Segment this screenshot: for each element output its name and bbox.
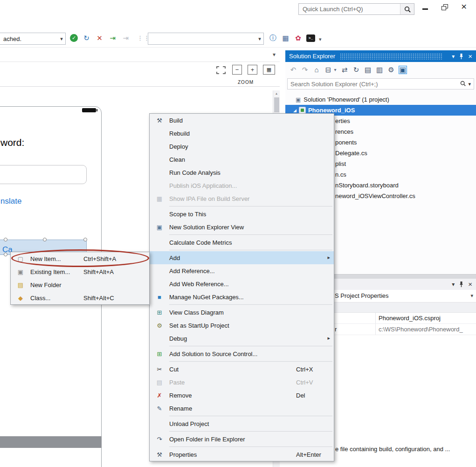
submenu-arrow-icon [327,335,330,341]
submenu-item[interactable]: ◆ Class... Shift+Alt+C [11,291,149,304]
pin-icon[interactable] [459,53,464,60]
tree-item-label: ponents [335,139,357,146]
sync-with-active-document-icon[interactable]: ⇄ [340,66,349,74]
context-menu-item[interactable]: ↷ Open Folder in File Explorer [150,433,334,446]
minimize-button[interactable] [422,6,429,12]
context-menu-item[interactable]: Calculate Code Metrics [150,236,334,249]
selection-handle[interactable] [43,238,47,241]
restore-button[interactable] [442,4,449,12]
zoom-out-icon[interactable]: − [232,65,242,75]
window-position-icon[interactable]: ▾ [452,53,455,60]
context-menu-item[interactable]: ✗ Remove Del [150,389,334,402]
scrollbar-thumb[interactable] [274,97,279,112]
console-icon[interactable]: >_ [306,34,315,42]
context-menu-item[interactable]: ✎ Rename [150,402,334,415]
context-menu-item[interactable]: Unload Project [150,417,334,430]
flower-icon[interactable]: ✿ [294,34,303,42]
check-circle-icon[interactable]: ✓ [70,34,78,42]
selection-handle[interactable] [4,238,7,241]
fit-to-screen-icon[interactable] [216,66,226,76]
show-all-files-icon[interactable]: ▤ [364,66,372,74]
panel-title: Solution Explorer [289,53,335,60]
info-icon[interactable]: ⓘ [269,34,277,42]
context-menu-item[interactable]: Publish iOS Application... [150,179,334,192]
phone-translate-link[interactable]: nslate [0,197,21,206]
quick-launch-box[interactable]: Quick Launch (Ctrl+Q) [298,3,414,15]
property-value[interactable]: Phoneword_iOS.csproj [376,313,476,323]
window-position-icon[interactable]: ▾ [452,281,455,288]
context-menu-item[interactable]: ⚒ Properties Alt+Enter [150,448,334,461]
context-menu-item[interactable]: ■ Manage NuGet Packages... [150,290,334,303]
refresh-icon[interactable]: ↻ [352,66,360,74]
menu-item-label: Manage NuGet Packages... [169,294,296,301]
context-menu-item[interactable]: Debug [150,332,334,345]
property-value[interactable]: c:\WS\Phoneword\Phoneword_ [376,324,476,335]
selection-handle[interactable] [83,238,87,241]
properties-pages-icon[interactable]: ▥ [375,66,384,74]
deploy-icon[interactable]: ⇥ [108,34,117,42]
tree-item-label: plist [335,160,346,167]
wrench-icon[interactable]: ⚙ [387,66,395,74]
context-menu-item[interactable]: Run Code Analysis [150,166,334,179]
context-menu-item[interactable]: ▣ New Solution Explorer View [150,220,334,234]
deploy-disabled-icon[interactable]: ⇥ [121,34,130,42]
submenu-item[interactable]: ▢ New Item... Ctrl+Shift+A [11,252,149,265]
phone-label[interactable]: word: [0,137,24,148]
scroll-up-icon[interactable]: ▴ [273,90,280,96]
toolbar-overflow-icon[interactable]: ▾ [319,36,322,42]
context-menu-item[interactable]: Add Web Reference... [150,277,334,290]
back-icon[interactable]: ↶ [289,66,297,74]
toolbar-combo[interactable]: ▾ [148,33,264,45]
context-menu-item[interactable]: ✂ Cut Ctrl+X [150,363,334,376]
context-menu-item[interactable]: Add Reference... [150,264,334,277]
cancel-icon[interactable]: ✕ [95,34,104,42]
menu-item-label: Add Web Reference... [169,281,296,288]
refresh-icon[interactable]: ↻ [82,34,91,42]
chevron-down-icon[interactable]: ▾ [468,81,471,87]
pane-dropdown-icon[interactable]: ▾ [273,51,276,58]
context-menu-item[interactable]: ▦ Show IPA File on Build Server [150,192,334,205]
chevron-down-icon[interactable]: ▾ [58,36,65,42]
search-placeholder: Search Solution Explorer (Ctrl+;) [288,81,460,88]
context-menu-item[interactable]: Rebuild [150,127,334,140]
class-icon: ◆ [11,295,30,302]
context-menu-item[interactable]: ▤ Paste Ctrl+V [150,376,334,389]
zoom-in-icon[interactable]: + [248,65,257,75]
context-menu-item[interactable]: Clean [150,153,334,166]
context-menu-item[interactable]: ⚙ Set as StartUp Project [150,319,334,332]
phone-text-field[interactable] [0,165,87,184]
context-menu-item[interactable]: ⚒ Build [150,114,334,127]
snap-grid-icon[interactable]: ▦ [263,65,275,75]
solution-explorer-titlebar[interactable]: Solution Explorer ▾ × [285,50,476,62]
context-menu-item[interactable]: ⊞ View Class Diagram [150,306,334,319]
dropdown-arrow-icon[interactable]: ▾ [333,66,337,74]
chevron-down-icon[interactable]: ▾ [256,36,263,42]
context-menu-item[interactable]: Scope to This [150,207,334,220]
submenu-item[interactable]: ▣ Existing Item... Shift+Alt+A [11,265,149,278]
menu-item-label: Add Solution to Source Control... [169,350,296,357]
home-icon[interactable]: ⌂ [312,66,321,74]
device-combo[interactable]: ached. ▾ [0,33,66,45]
chevron-down-icon[interactable]: ▾ [470,293,473,299]
menu-item-label: Scope to This [169,211,296,218]
view-code-icon[interactable]: ▣ [399,66,407,74]
context-menu-item[interactable]: ⊞ Add Solution to Source Control... [150,347,334,360]
existing-item-icon: ▣ [11,268,30,275]
selection-handle[interactable] [4,253,7,256]
context-menu-item[interactable]: Add [150,251,334,264]
pin-icon[interactable] [459,281,464,288]
context-menu-item[interactable]: Deploy [150,140,334,153]
solution-explorer-search[interactable]: Search Solution Explorer (Ctrl+;) ▾ [287,78,474,89]
forward-icon[interactable]: ↷ [301,66,309,74]
collapse-all-icon[interactable]: ⊟ [324,66,332,74]
tree-item-solution[interactable]: ▣ Solution 'Phoneword' (1 project) [285,94,476,105]
close-icon[interactable]: × [468,282,472,287]
expanded-arrow-icon[interactable]: ◢ [293,108,297,113]
submenu-item[interactable]: ▤ New Folder [11,278,149,291]
search-icon[interactable] [460,81,466,87]
close-icon[interactable]: × [468,54,472,59]
table-icon[interactable]: ▦ [281,34,290,42]
close-button[interactable]: × [461,1,467,12]
search-icon[interactable] [400,4,414,14]
menu-item-shortcut: Alt+Enter [296,451,334,458]
